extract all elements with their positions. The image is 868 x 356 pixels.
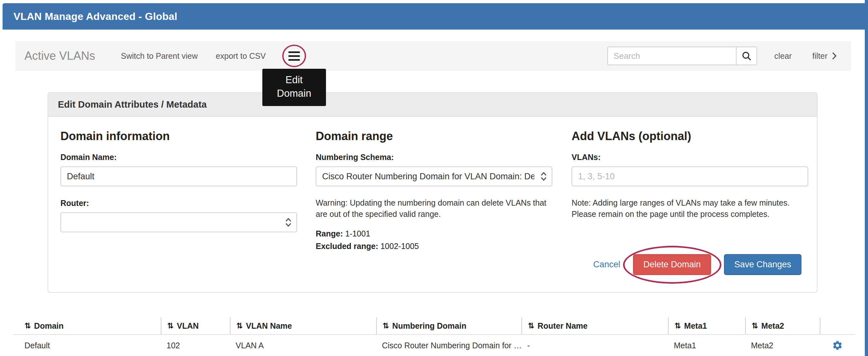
column-header-domain[interactable]: ⇅ Domain bbox=[13, 318, 161, 334]
domain-information-heading: Domain information bbox=[60, 129, 297, 143]
sort-icon: ⇅ bbox=[25, 321, 31, 330]
filter-link[interactable]: filter bbox=[812, 52, 837, 61]
chevron-right-icon bbox=[832, 52, 837, 60]
domain-name-label: Domain Name: bbox=[60, 153, 297, 162]
excluded-range-label: Excluded range: bbox=[316, 241, 378, 251]
domain-name-input[interactable] bbox=[60, 166, 297, 186]
vlans-input[interactable] bbox=[571, 166, 808, 186]
cell-meta1: Meta1 bbox=[668, 341, 745, 350]
sort-icon: ⇅ bbox=[382, 321, 389, 330]
edit-domain-tooltip: Edit Domain bbox=[262, 69, 326, 106]
search-icon bbox=[741, 51, 752, 61]
cell-router-name: - bbox=[522, 341, 668, 350]
column-label: Meta1 bbox=[684, 321, 707, 331]
column-header-vlan-name[interactable]: ⇅ VLAN Name bbox=[230, 318, 376, 334]
panel-actions: Cancel Delete Domain Save Changes bbox=[593, 254, 802, 275]
clear-link[interactable]: clear bbox=[774, 52, 792, 61]
edit-domain-panel: Edit Domain Attributes / Metadata Domain… bbox=[48, 92, 817, 293]
column-label: Numbering Domain bbox=[392, 321, 466, 331]
page-title: VLAN Manage Advanced - Global bbox=[13, 10, 178, 23]
sort-icon: ⇅ bbox=[236, 321, 243, 330]
panel-body: Domain information Domain Name: Router: … bbox=[48, 117, 817, 292]
cancel-link[interactable]: Cancel bbox=[593, 260, 620, 269]
column-header-meta2[interactable]: ⇅ Meta2 bbox=[745, 318, 820, 334]
select-arrows-icon bbox=[285, 217, 292, 227]
domain-range-heading: Domain range bbox=[316, 129, 552, 143]
table-header-row: ⇅ Domain ⇅ VLAN ⇅ VLAN Name ⇅ Numbering … bbox=[13, 318, 855, 335]
domain-information-section: Domain information Domain Name: Router: bbox=[60, 129, 297, 232]
cell-vlan-name: VLAN A bbox=[230, 341, 376, 350]
filter-label: filter bbox=[812, 52, 828, 61]
column-header-router-name[interactable]: ⇅ Router Name bbox=[522, 318, 668, 334]
vlan-manage-page: VLAN Manage Advanced - Global Active VLA… bbox=[0, 0, 868, 356]
column-header-vlan[interactable]: ⇅ VLAN bbox=[161, 318, 230, 334]
range-label: Range: bbox=[316, 229, 343, 238]
panel-header: Edit Domain Attributes / Metadata bbox=[48, 93, 817, 117]
cell-numbering-domain: Cisco Router Numbering Domain for … bbox=[376, 341, 522, 350]
cell-vlan: 102 bbox=[161, 341, 230, 350]
numbering-schema-select[interactable]: Cisco Router Numbering Domain for VLAN D… bbox=[316, 166, 552, 186]
section-title: Active VLANs bbox=[25, 49, 95, 63]
domain-range-section: Domain range Numbering Schema: Cisco Rou… bbox=[316, 129, 552, 251]
column-header-numbering-domain[interactable]: ⇅ Numbering Domain bbox=[376, 318, 522, 334]
column-label: Router Name bbox=[537, 321, 588, 331]
column-header-actions bbox=[820, 318, 855, 334]
toolbar: Active VLANs Switch to Parent view expor… bbox=[16, 41, 851, 71]
app-header: VLAN Manage Advanced - Global bbox=[3, 3, 865, 30]
column-label: VLAN bbox=[177, 321, 199, 331]
sort-icon: ⇅ bbox=[167, 321, 174, 330]
router-select[interactable] bbox=[60, 213, 297, 232]
cell-meta2: Meta2 bbox=[745, 341, 820, 350]
column-label: Meta2 bbox=[761, 321, 784, 331]
vlan-table: ⇅ Domain ⇅ VLAN ⇅ VLAN Name ⇅ Numbering … bbox=[13, 318, 855, 356]
hamburger-icon bbox=[288, 52, 300, 61]
search-input[interactable] bbox=[607, 46, 736, 65]
sort-icon: ⇅ bbox=[752, 321, 758, 330]
panel-title: Edit Domain Attributes / Metadata bbox=[58, 99, 207, 110]
numbering-warning-text: Warning: Updating the numbering domain c… bbox=[316, 197, 552, 220]
cell-domain: Default bbox=[13, 341, 161, 350]
save-changes-button[interactable]: Save Changes bbox=[724, 254, 802, 275]
excluded-range-line: Excluded range: 1002-1005 bbox=[316, 241, 552, 251]
edit-domain-menu-button[interactable]: Edit Domain bbox=[283, 44, 306, 67]
column-label: VLAN Name bbox=[246, 321, 292, 331]
switch-to-parent-view-link[interactable]: Switch to Parent view bbox=[121, 52, 198, 61]
excluded-range-value: 1002-1005 bbox=[380, 241, 419, 251]
column-label: Domain bbox=[34, 321, 64, 331]
range-value: 1-1001 bbox=[345, 229, 370, 238]
numbering-schema-value: Cisco Router Numbering Domain for VLAN D… bbox=[322, 171, 534, 182]
numbering-schema-label: Numbering Schema: bbox=[316, 153, 552, 162]
range-line: Range: 1-1001 bbox=[316, 229, 552, 238]
search-group bbox=[607, 46, 757, 65]
gear-icon bbox=[832, 340, 843, 351]
add-vlans-section: Add VLANs (optional) VLANs: Note: Adding… bbox=[571, 129, 808, 220]
delete-domain-button[interactable]: Delete Domain bbox=[633, 254, 711, 275]
column-header-meta1[interactable]: ⇅ Meta1 bbox=[668, 318, 745, 334]
vlans-label: VLANs: bbox=[571, 153, 808, 162]
table-row[interactable]: Default 102 VLAN A Cisco Router Numberin… bbox=[13, 335, 855, 356]
add-vlans-heading: Add VLANs (optional) bbox=[571, 129, 808, 143]
row-settings-button[interactable] bbox=[820, 340, 855, 351]
sort-icon: ⇅ bbox=[675, 321, 681, 330]
sort-icon: ⇅ bbox=[528, 321, 534, 330]
delete-domain-wrap: Delete Domain bbox=[633, 254, 711, 275]
export-to-csv-link[interactable]: export to CSV bbox=[216, 52, 266, 61]
select-arrows-icon bbox=[540, 171, 547, 182]
vlans-note-text: Note: Adding large ranges of VLANs may t… bbox=[571, 197, 808, 220]
search-button[interactable] bbox=[736, 46, 757, 65]
window-edge-strip bbox=[865, 0, 868, 356]
router-label: Router: bbox=[60, 199, 297, 208]
